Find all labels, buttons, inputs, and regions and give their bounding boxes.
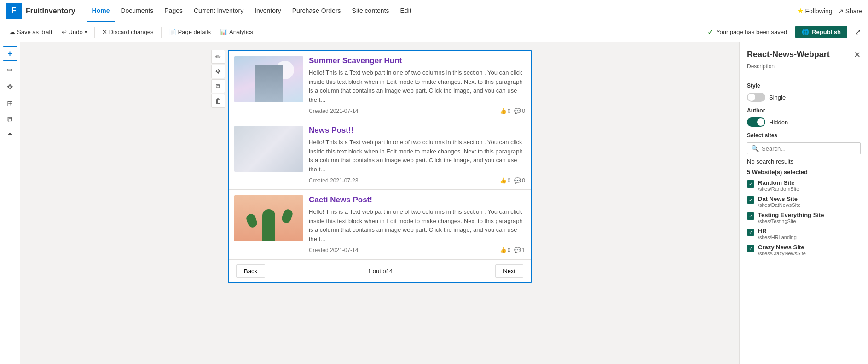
cactus-arm-left	[245, 212, 258, 229]
content-area: ✏ ✥ ⧉ 🗑 Summer Scavenger Hunt	[20, 42, 739, 364]
nav-inventory[interactable]: Inventory	[249, 0, 287, 22]
site-info-3: Testing Everything Site /sites/TestingSi…	[758, 211, 824, 224]
layout-button[interactable]: ⊞	[3, 96, 17, 111]
star-icon: ★	[797, 6, 804, 15]
page-details-button[interactable]: 📄 Page details	[165, 27, 215, 37]
building-shape	[255, 65, 283, 102]
share-button[interactable]: ↗ Share	[838, 7, 862, 15]
undo-label: Undo	[69, 29, 83, 35]
page-info: 1 out of 4	[368, 268, 393, 275]
news-date-3: Created 2021-07-14	[309, 247, 358, 253]
edit-section-button[interactable]: ✏	[3, 63, 17, 77]
nav-current-inventory[interactable]: Current Inventory	[188, 0, 249, 22]
news-title-1[interactable]: Summer Scavenger Hunt	[309, 56, 525, 65]
comment-icon-3: 💬	[514, 247, 521, 253]
comment-button-2[interactable]: 💬 0	[514, 177, 525, 184]
site-item-3: Testing Everything Site /sites/TestingSi…	[747, 211, 861, 224]
next-button[interactable]: Next	[495, 264, 523, 278]
nav-site-contents[interactable]: Site contents	[347, 0, 395, 22]
nav-documents[interactable]: Documents	[115, 0, 159, 22]
news-date-1: Created 2021-07-14	[309, 108, 358, 114]
news-title-3[interactable]: Cacti News Post!	[309, 195, 525, 205]
nav-home[interactable]: Home	[87, 0, 116, 22]
author-toggle-row: Hidden	[747, 117, 861, 127]
add-section-button[interactable]: +	[3, 46, 17, 61]
site-checkbox-5[interactable]	[747, 245, 754, 252]
news-container: Summer Scavenger Hunt Hello! This is a T…	[228, 50, 532, 283]
site-url-1: /sites/RandomSite	[758, 186, 799, 192]
news-item-1: Summer Scavenger Hunt Hello! This is a T…	[229, 51, 531, 120]
style-toggle-row: Single	[747, 93, 861, 102]
like-button-1[interactable]: 👍 0	[500, 108, 511, 114]
undo-button[interactable]: ↩ Undo ▾	[58, 27, 91, 37]
site-checkbox-4[interactable]	[747, 229, 754, 236]
comment-button-3[interactable]: 💬 1	[514, 247, 525, 253]
like-button-2[interactable]: 👍 0	[500, 177, 511, 184]
comment-count-2: 0	[522, 177, 525, 184]
discard-icon: ✕	[102, 29, 107, 35]
site-checkbox-3[interactable]	[747, 212, 754, 220]
style-label: Style	[747, 82, 861, 89]
author-toggle[interactable]	[747, 117, 765, 127]
news-title-2[interactable]: News Post!!	[309, 126, 525, 135]
following-button[interactable]: ★ Following	[797, 6, 833, 15]
saved-text: Your page has been saved	[716, 29, 787, 35]
news-body-1: Hello! This is a Text web part in one of…	[309, 68, 525, 104]
cactus-body	[262, 209, 275, 241]
site-url-5: /sites/CrazyNewsSite	[758, 251, 806, 256]
news-meta-1: Created 2021-07-14 👍 0 💬 0	[309, 108, 525, 114]
comment-icon-1: 💬	[514, 108, 521, 114]
site-info-2: Dat News Site /sites/DatNewsSite	[758, 195, 800, 208]
abstract-thumbnail	[234, 126, 303, 172]
analytics-button[interactable]: 📊 Analytics	[216, 27, 257, 37]
edit-toolbar: ✏ ✥ ⧉ 🗑	[211, 50, 225, 108]
site-name-5: Crazy News Site	[758, 244, 806, 251]
nav-edit[interactable]: Edit	[395, 0, 417, 22]
copy-section-button[interactable]: ⧉	[3, 112, 17, 127]
site-checkbox-1[interactable]	[747, 180, 754, 188]
like-count-2: 0	[508, 177, 511, 184]
nav-purchase-orders[interactable]: Purchase Orders	[287, 0, 347, 22]
like-icon-1: 👍	[500, 108, 507, 114]
edit-webpart-button[interactable]: ✏	[211, 50, 225, 64]
site-item-1: Random Site /sites/RandomSite	[747, 179, 861, 192]
discard-button[interactable]: ✕ Discard changes	[98, 27, 157, 37]
site-name-1: Random Site	[758, 179, 799, 186]
right-panel: React-News-Webpart Description ✕ Style S…	[739, 42, 868, 364]
back-button[interactable]: Back	[236, 264, 265, 278]
move-section-button[interactable]: ✥	[3, 79, 17, 94]
pagination: Back 1 out of 4 Next	[229, 259, 531, 282]
toolbar-sep-1	[94, 27, 95, 38]
comment-icon-2: 💬	[514, 177, 521, 184]
news-item-3: Cacti News Post! Hello! This is a Text w…	[229, 190, 531, 259]
save-draft-button[interactable]: ☁ Save as draft	[6, 27, 56, 37]
nav-right: ★ Following ↗ Share	[797, 6, 863, 15]
like-button-3[interactable]: 👍 0	[500, 247, 511, 253]
news-thumb-2	[234, 126, 303, 172]
main-layout: + ✏ ✥ ⊞ ⧉ 🗑 ✏ ✥ ⧉ 🗑	[0, 42, 868, 364]
search-input[interactable]	[762, 145, 856, 152]
move-webpart-button[interactable]: ✥	[211, 65, 225, 78]
nav-pages[interactable]: Pages	[159, 0, 188, 22]
news-webpart-wrapper: ✏ ✥ ⧉ 🗑 Summer Scavenger Hunt	[228, 50, 532, 283]
comment-button-1[interactable]: 💬 0	[514, 108, 525, 114]
comment-count-3: 1	[522, 247, 525, 253]
discard-label: Discard changes	[109, 29, 154, 35]
expand-button[interactable]: ⤢	[853, 26, 862, 38]
delete-section-button[interactable]: 🗑	[3, 129, 17, 144]
republish-button[interactable]: 🌐 Republish	[795, 26, 847, 38]
check-icon: ✓	[707, 28, 713, 36]
style-toggle[interactable]	[747, 93, 765, 102]
site-checkbox-2[interactable]	[747, 196, 754, 204]
site-title: FruitInventory	[26, 7, 75, 15]
page-details-icon: 📄	[169, 29, 176, 35]
search-icon: 🔍	[751, 145, 759, 152]
news-date-2: Created 2021-07-23	[309, 177, 358, 184]
copy-webpart-button[interactable]: ⧉	[211, 79, 225, 93]
news-meta-3: Created 2021-07-14 👍 0 💬 1	[309, 247, 525, 253]
delete-webpart-button[interactable]: 🗑	[211, 94, 225, 108]
building-thumbnail	[234, 56, 303, 102]
news-meta-2: Created 2021-07-23 👍 0 💬 0	[309, 177, 525, 184]
news-content-3: Cacti News Post! Hello! This is a Text w…	[309, 195, 525, 253]
close-panel-button[interactable]: ✕	[854, 50, 861, 60]
